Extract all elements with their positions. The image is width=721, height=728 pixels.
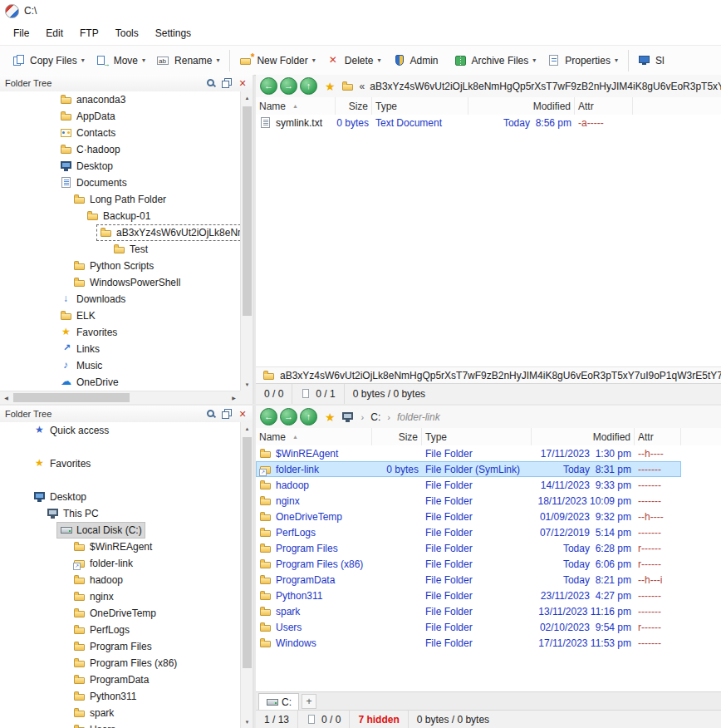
file-row[interactable]: Program Files File Folder Today 6:28 pm … <box>256 540 681 556</box>
tree-item[interactable]: Python311 <box>0 688 240 705</box>
file-row[interactable]: Windows File Folder 17/11/2023 11:53 pm … <box>256 635 681 651</box>
favorites-button[interactable]: ★ <box>325 81 336 92</box>
scroll-right-icon[interactable]: ▶ <box>228 391 240 404</box>
tree-item[interactable]: AppData <box>0 108 240 125</box>
up-button[interactable]: ↑ <box>300 77 317 95</box>
column-header-attr[interactable]: Attr <box>575 97 633 115</box>
maximize-panel-icon[interactable] <box>222 409 232 419</box>
file-row[interactable]: OneDriveTemp File Folder 01/09/2023 9:32… <box>256 509 681 524</box>
scroll-left-icon[interactable]: ◀ <box>0 391 12 404</box>
tree-item[interactable]: Documents <box>0 175 240 191</box>
close-panel-icon[interactable]: ✕ <box>238 78 248 88</box>
tree-item[interactable]: hadoop <box>0 572 240 588</box>
scroll-up-icon[interactable]: ▲ <box>241 91 253 104</box>
column-header-type[interactable]: Type <box>372 97 468 115</box>
current-folder-tab[interactable]: aB3xYz4sW6vUt2iOjLk8eNmHgQp5rXsT7wF9zB2n… <box>256 366 721 384</box>
tree-item[interactable]: Program Files <box>0 638 240 655</box>
tree-item[interactable] <box>0 439 240 455</box>
back-button[interactable]: ← <box>260 408 277 425</box>
horizontal-scrollbar[interactable]: ◀ ▶ <box>0 391 240 404</box>
tree-item[interactable]: Users <box>0 721 240 728</box>
column-header-modified[interactable]: Modified <box>468 97 575 115</box>
column-header-attr[interactable]: Attr <box>635 428 681 445</box>
column-header-type[interactable]: Type <box>422 428 532 445</box>
toolbar-button[interactable]: Copy Files ▾ <box>7 50 91 71</box>
up-button[interactable]: ↑ <box>300 408 317 425</box>
file-row[interactable]: Program Files (x86) File Folder Today 6:… <box>256 556 681 572</box>
tab-local-disk-c[interactable]: C: <box>258 693 299 711</box>
breadcrumb-drive[interactable]: C: <box>370 411 380 423</box>
tree-item[interactable]: OneDriveTemp <box>0 605 240 622</box>
maximize-panel-icon[interactable] <box>222 78 232 88</box>
back-button[interactable]: ← <box>260 77 277 95</box>
tree-item[interactable]: Desktop <box>0 158 240 175</box>
file-row[interactable]: ProgramData File Folder Today 8:21 pm --… <box>256 572 681 588</box>
file-row[interactable]: $WinREAgent File Folder 17/11/2023 1:30 … <box>256 445 681 461</box>
toolbar-button[interactable]: Delete ▾ <box>321 50 387 71</box>
address-bar[interactable]: « aB3xYz4sW6vUt2iOjLk8eNmHgQp5rXsT7wF9zB… <box>341 81 721 92</box>
file-row[interactable]: PerfLogs File Folder 07/12/2019 5:14 pm … <box>256 524 681 540</box>
toolbar-button[interactable]: Sl <box>628 50 674 71</box>
scroll-down-icon[interactable]: ▼ <box>241 716 253 728</box>
toolbar-button[interactable]: New Folder ▾ <box>229 50 321 71</box>
scrollbar-thumb[interactable] <box>243 437 252 668</box>
column-header-name[interactable]: Name ▲ <box>256 97 336 115</box>
file-row[interactable]: nginx File Folder 18/11/2023 10:09 pm --… <box>256 493 681 509</box>
tree-item[interactable]: Python Scripts <box>0 258 240 274</box>
search-icon[interactable] <box>206 78 216 88</box>
toolbar-button[interactable]: Archive Files ▾ <box>449 50 542 71</box>
tree-item[interactable]: aB3xYz4sW6vUt2iOjLk8eNmHgQp5rXsT7wF9zB2n… <box>0 224 240 241</box>
vertical-scrollbar[interactable]: ▲ ▼ <box>240 91 253 391</box>
tree-item[interactable]: Downloads <box>0 291 240 307</box>
menu-item[interactable]: FTP <box>71 27 107 39</box>
address-bar[interactable]: › C: › folder-link <box>341 411 721 423</box>
file-row[interactable]: hadoop File Folder 14/11/2023 9:33 pm --… <box>256 477 681 493</box>
column-header-name[interactable]: Name ▲ <box>256 428 372 445</box>
menu-item[interactable]: Edit <box>37 27 71 39</box>
tree-item[interactable]: Backup-01 <box>0 208 240 224</box>
menu-item[interactable]: File <box>5 27 37 39</box>
tree-item[interactable]: Quick access <box>0 422 240 439</box>
tree-item[interactable]: Desktop <box>0 489 240 505</box>
vertical-scrollbar[interactable]: ▲ ▼ <box>240 422 253 728</box>
tree-item[interactable]: Test <box>0 241 240 258</box>
toolbar-button[interactable]: Properties ▾ <box>542 50 624 71</box>
column-header-modified[interactable]: Modified <box>532 428 635 445</box>
forward-button[interactable]: → <box>280 408 297 425</box>
favorites-button[interactable]: ★ <box>325 411 336 423</box>
scrollbar-thumb[interactable] <box>13 393 130 402</box>
menu-item[interactable]: Settings <box>147 27 199 39</box>
tree-item[interactable]: Contacts <box>0 125 240 141</box>
tree-item[interactable] <box>0 472 240 489</box>
tree-item[interactable]: nginx <box>0 588 240 605</box>
search-icon[interactable] <box>206 409 216 419</box>
file-row[interactable]: spark File Folder 13/11/2023 11:16 pm --… <box>256 603 681 619</box>
file-row[interactable]: symlink.txt 0 bytes Text Document Today … <box>256 115 633 131</box>
file-row[interactable]: Users File Folder 02/10/2023 9:54 pm r--… <box>256 619 681 635</box>
tree-item[interactable]: C·hadoop <box>0 141 240 158</box>
tree-item[interactable]: Favorites <box>0 455 240 472</box>
toolbar-button[interactable]: Admin <box>387 50 449 71</box>
toolbar-button[interactable]: Rename ▾ <box>151 50 225 71</box>
column-header-size[interactable]: Size <box>372 428 422 445</box>
toolbar-button[interactable]: Move ▾ <box>91 50 151 71</box>
tree-item[interactable]: folder-link <box>0 555 240 572</box>
tree-item[interactable]: Links <box>0 341 240 357</box>
breadcrumb-current-folder[interactable]: folder-link <box>397 411 440 423</box>
forward-button[interactable]: → <box>280 77 297 95</box>
menu-item[interactable]: Tools <box>107 27 147 39</box>
tree-item[interactable]: ProgramData <box>0 671 240 688</box>
tree-item[interactable]: ELK <box>0 307 240 324</box>
tree-item[interactable]: anaconda3 <box>0 91 240 108</box>
tree-item[interactable]: Program Files (x86) <box>0 655 240 671</box>
new-tab-button[interactable]: + <box>302 694 316 709</box>
file-row[interactable]: Python311 File Folder 23/11/2023 4:27 pm… <box>256 588 681 603</box>
tree-item[interactable]: spark <box>0 705 240 721</box>
tree-item[interactable]: OneDrive <box>0 374 240 391</box>
column-header-size[interactable]: Size <box>336 97 372 115</box>
tree-item[interactable]: Favorites <box>0 324 240 341</box>
tree-item[interactable]: Local Disk (C:) <box>0 522 240 539</box>
tree-item[interactable]: Music <box>0 357 240 374</box>
tree-item[interactable]: $WinREAgent <box>0 539 240 555</box>
tree-item[interactable]: This PC <box>0 505 240 522</box>
